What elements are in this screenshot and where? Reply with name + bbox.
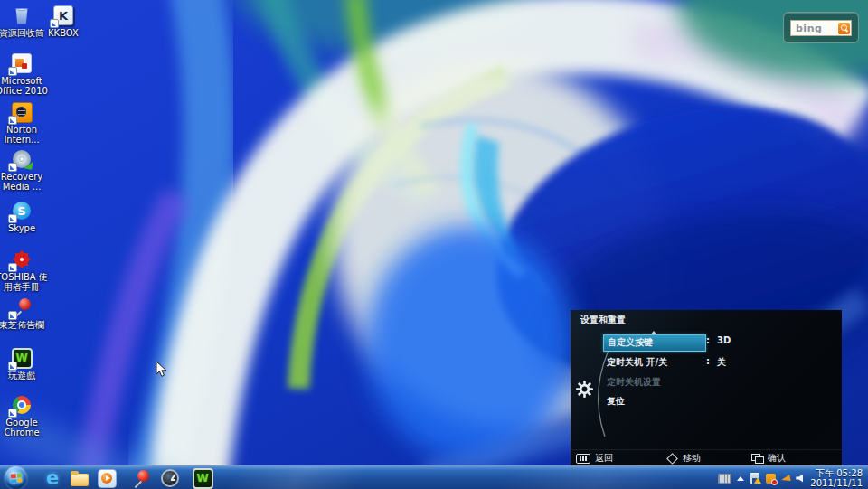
clock-date: 2011/11/11 <box>810 478 863 488</box>
osd-confirm-button[interactable]: 确认 <box>751 452 786 465</box>
taskbar: e W 下午 05:28 2011/11/11 <box>0 465 868 489</box>
taskbar-wildtangent-games[interactable]: W <box>190 467 215 489</box>
taskbar-internet-explorer[interactable]: e <box>40 467 65 489</box>
osd-item-reset[interactable]: 复位 <box>603 394 820 408</box>
osd-item-label: 自定义按键 <box>603 334 706 352</box>
osd-item-timed-shutdown-settings: 定时关机设置 <box>603 375 820 389</box>
osd-item-label: 定时关机 开/关 <box>603 355 671 371</box>
wildtangent-icon: W <box>193 468 213 489</box>
confirm-icon <box>751 454 763 463</box>
desktop-icon-label: KKBOX <box>36 28 90 38</box>
media-player-icon <box>98 469 117 488</box>
desktop-icon-label: Microsoft Office 2010 <box>0 76 49 96</box>
search-input[interactable]: bing <box>790 20 852 36</box>
osd-item-label: 定时关机设置 <box>603 375 665 390</box>
gear-icon <box>576 381 593 398</box>
clock-time: 下午 05:28 <box>810 468 863 478</box>
norton-tray-icon[interactable] <box>766 474 776 484</box>
shortcut-arrow-icon <box>8 163 17 172</box>
pushpin-icon <box>132 469 150 487</box>
clock-app-icon <box>161 469 179 487</box>
windows-flag-icon <box>10 473 22 483</box>
recycle-bin-icon <box>14 7 29 24</box>
osd-settings-panel: 设置和重置 自定义按键 : 3D 定时关机 开/关 <box>571 310 842 465</box>
osd-item-value: 关 <box>717 356 726 369</box>
desktop-icon-label: 東芝佈告欄 <box>0 320 49 330</box>
shortcut-arrow-icon <box>8 116 17 125</box>
desktop-icon-label: 玩遊戲 <box>0 371 49 381</box>
move-icon <box>666 453 678 465</box>
shortcut-arrow-icon <box>50 19 59 28</box>
menu-icon <box>576 454 590 464</box>
desktop-icon-kkbox[interactable]: K KKBOX <box>36 4 90 38</box>
start-button[interactable] <box>5 466 27 489</box>
shortcut-arrow-icon <box>8 263 17 272</box>
desktop-icon-label: TOSHIBA 使用者手冊 <box>0 272 49 292</box>
search-button[interactable] <box>838 23 850 34</box>
language-keyboard-icon[interactable] <box>718 474 731 484</box>
folder-icon <box>71 474 89 486</box>
system-tray: 下午 05:28 2011/11/11 <box>718 466 866 489</box>
taskbar-clock-app[interactable] <box>157 467 183 489</box>
desktop-icon-label: Recovery Media ... <box>0 172 49 192</box>
bing-search-gadget[interactable]: bing <box>783 12 859 43</box>
osd-move-button[interactable]: 移动 <box>666 452 701 465</box>
osd-item-timed-shutdown-toggle[interactable]: 定时关机 开/关 : 关 <box>603 355 820 369</box>
internet-explorer-icon: e <box>46 469 59 487</box>
osd-item-label: 复位 <box>603 394 628 409</box>
taskbar-media-player[interactable] <box>94 467 119 489</box>
osd-title: 设置和重置 <box>580 314 626 326</box>
desktop-icon-toshiba-manual[interactable]: TOSHIBA 使用者手冊 <box>0 248 49 292</box>
bing-logo: bing <box>791 23 838 34</box>
desktop-icon-play-games[interactable]: W 玩遊戲 <box>0 346 49 381</box>
taskbar-toshiba-bulletin[interactable] <box>128 467 154 489</box>
action-center-flag-icon[interactable] <box>750 473 760 484</box>
volume-icon[interactable] <box>796 475 803 483</box>
toshiba-eco-icon[interactable] <box>781 475 791 483</box>
osd-footer-label: 确认 <box>768 452 786 465</box>
osd-item-custom-key[interactable]: 自定义按键 : 3D <box>603 334 820 348</box>
shortcut-arrow-icon <box>8 214 17 223</box>
desktop-icon-google-chrome[interactable]: Google Chrome <box>0 393 49 437</box>
desktop-icon-toshiba-bulletin[interactable]: 東芝佈告欄 <box>0 296 49 330</box>
desktop-icon-skype[interactable]: S Skype <box>0 199 49 233</box>
shortcut-arrow-icon <box>8 311 17 320</box>
desktop-icon-label: Norton Intern... <box>0 125 49 145</box>
osd-separator: : <box>706 356 710 366</box>
osd-separator: : <box>706 335 710 345</box>
osd-footer-label: 返回 <box>595 452 613 465</box>
osd-footer-label: 移动 <box>683 452 701 465</box>
desktop-icon-label: Google Chrome <box>0 418 49 437</box>
taskbar-clock[interactable]: 下午 05:28 2011/11/11 <box>808 468 866 488</box>
osd-footer: 返回 移动 确认 <box>571 449 842 465</box>
shortcut-arrow-icon <box>8 409 17 418</box>
desktop-icon-norton[interactable]: Norton Intern... <box>0 100 49 145</box>
desktop-screen: 資源回收筒 K KKBOX Microsoft Office 2010 Nort… <box>0 0 868 489</box>
taskbar-windows-explorer[interactable] <box>67 467 92 489</box>
show-hidden-icons-chevron[interactable] <box>737 476 744 481</box>
shortcut-arrow-icon <box>8 67 17 76</box>
osd-back-button[interactable]: 返回 <box>576 452 613 465</box>
shortcut-arrow-icon <box>8 362 17 371</box>
osd-item-value: 3D <box>717 335 731 345</box>
desktop-icon-microsoft-office[interactable]: Microsoft Office 2010 <box>0 52 49 96</box>
desktop-icon-recovery-media[interactable]: Recovery Media ... <box>0 147 49 192</box>
desktop-icon-label: Skype <box>0 223 49 233</box>
